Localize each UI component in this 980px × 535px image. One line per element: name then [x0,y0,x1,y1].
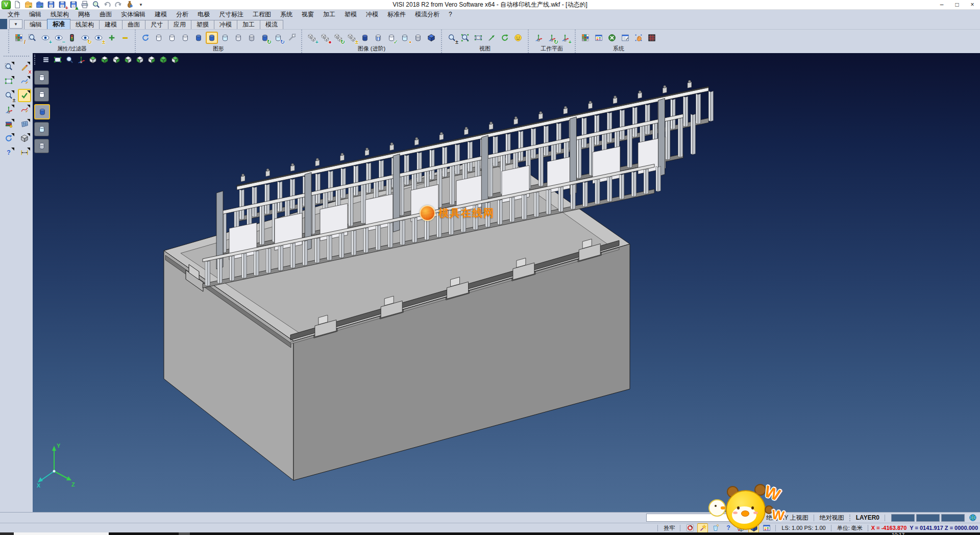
tab-5[interactable]: 尺寸 [145,20,168,29]
view-right-icon[interactable] [111,55,121,65]
layer-window-icon[interactable] [19,118,30,130]
menu-item-1[interactable]: 编辑 [24,10,46,19]
graphics-settings-icon[interactable] [286,33,297,43]
taskbar-start-area[interactable] [0,532,14,535]
tab-6[interactable]: 应用 [168,20,191,29]
selection-options-icon[interactable] [633,33,644,43]
save-all-icon[interactable]: ▲ [69,1,78,9]
view-front-icon[interactable] [135,55,145,65]
record-macro-icon[interactable] [685,524,695,532]
tab-1[interactable]: 标准 [47,19,70,29]
menu-item-7[interactable]: 分析 [172,10,193,19]
redraw-icon[interactable] [140,33,151,43]
validate-check-icon[interactable] [19,90,30,101]
ucs-cube-icon[interactable] [749,524,758,532]
hatch-mode-icon[interactable] [247,33,257,43]
import-file-icon[interactable] [35,1,44,9]
print-icon[interactable] [80,1,89,9]
tab-4[interactable]: 曲面 [122,20,145,29]
menu-item-0[interactable]: 文件 [3,10,24,19]
filter-traffic-light-icon[interactable] [67,33,77,43]
snap-cube-icon[interactable] [736,524,746,532]
overlay-drag-handle[interactable] [34,55,38,65]
save-as-icon[interactable]: + [58,1,67,9]
color-palette-icon[interactable] [580,33,591,43]
dashed-line-mode-icon[interactable] [180,33,190,43]
menu-item-16[interactable]: 标准件 [383,10,410,19]
system-tools-icon[interactable] [607,33,617,43]
attribute-inspect-icon[interactable] [27,33,37,43]
grid-settings-icon[interactable] [647,33,657,43]
adv-add-icon[interactable]: + [307,33,317,43]
command-input[interactable]: A [646,514,749,522]
edit-curve-icon[interactable] [19,76,30,87]
maximize-button[interactable]: □ [949,1,965,9]
solid-tag-icon[interactable]: ▪ [400,33,410,43]
filter-add-icon[interactable]: + [40,33,51,43]
adv-plus-minus-icon[interactable]: ± [347,33,357,43]
menu-item-6[interactable]: 建模 [150,10,172,19]
wireframe-mode-icon[interactable] [154,33,164,43]
view-mode-label[interactable]: 绝对 XY 上视图 [766,514,808,522]
regen-solid-icon[interactable]: ↻ [260,33,270,43]
view-iso-icon[interactable] [158,55,168,65]
tab-2[interactable]: 线架构 [70,20,100,29]
update-solid-icon[interactable]: ↻ [273,33,283,43]
measure-distance-icon[interactable] [19,147,30,158]
view-left-icon[interactable] [123,55,133,65]
workplane-rotate-icon[interactable]: ↻ [547,33,557,43]
search-icon[interactable] [753,513,764,523]
context-help-icon[interactable]: ? [723,524,733,532]
menu-item-9[interactable]: 尺寸标注 [214,10,248,19]
rotate-view-icon[interactable] [500,33,510,43]
modify-curve-icon[interactable] [19,104,30,115]
render-cube-icon[interactable] [426,33,436,43]
view-top-icon[interactable] [88,55,98,65]
workplane-icon[interactable] [533,33,544,43]
tab-10[interactable]: 模流 [260,20,283,29]
erase-tool-icon[interactable]: x [19,61,30,72]
pan-view-icon[interactable] [486,33,497,43]
open-file-icon[interactable] [24,1,33,9]
menu-item-10[interactable]: 工程图 [248,10,276,19]
shaded-mode-icon[interactable] [193,33,204,43]
visibility-add-icon[interactable] [107,33,117,43]
help-icon[interactable]: ? [3,147,14,158]
visibility-remove-icon[interactable] [120,33,130,43]
layer-color-swatch[interactable] [916,514,940,522]
filter-refresh-icon[interactable]: ↻ [80,33,90,43]
minimize-button[interactable]: – [934,1,949,9]
menu-item-17[interactable]: 模流分析 [410,10,444,19]
table-settings-icon[interactable] [620,33,630,43]
zoom-page-icon[interactable] [3,61,14,72]
layer-color-swatch[interactable] [941,514,965,522]
close-button[interactable]: × [965,1,980,9]
zoom-window-icon[interactable] [460,33,470,43]
globe-icon[interactable] [968,513,978,523]
print-preview-icon[interactable] [91,1,101,9]
clipboard-icon[interactable] [710,524,720,532]
view-axon-icon[interactable] [170,55,180,65]
window-settings-icon[interactable] [594,33,604,43]
menu-item-12[interactable]: 视窗 [297,10,318,19]
viewport-3d[interactable]: X Y Z 模具在线网 [33,53,980,512]
zoom-view-icon[interactable] [64,55,75,65]
absolute-view-label[interactable]: 绝对视图 [820,514,844,522]
attributes-books-icon[interactable] [3,118,14,130]
layout-grid-icon[interactable] [762,524,771,532]
cs-view-icon[interactable] [76,55,86,65]
mode-wireframe-icon[interactable] [34,70,49,85]
fit-view-icon[interactable] [53,55,63,65]
magic-wand-icon[interactable] [698,524,707,532]
menu-item-5[interactable]: 实体编辑 [116,10,150,19]
zoom-solid-icon[interactable]: ± [3,90,14,101]
hidden-line-mode-icon[interactable] [167,33,177,43]
tab-9[interactable]: 加工 [237,20,260,29]
solid-info-icon[interactable] [19,133,30,144]
filter-remove-icon[interactable]: − [54,33,64,43]
solid-validate-icon[interactable]: ✓ [386,33,397,43]
layer-color-swatch[interactable] [891,514,915,522]
layer-label[interactable]: LAYER0 [856,514,879,521]
translucent-mode-icon[interactable] [220,33,230,43]
menu-item-13[interactable]: 加工 [318,10,340,19]
